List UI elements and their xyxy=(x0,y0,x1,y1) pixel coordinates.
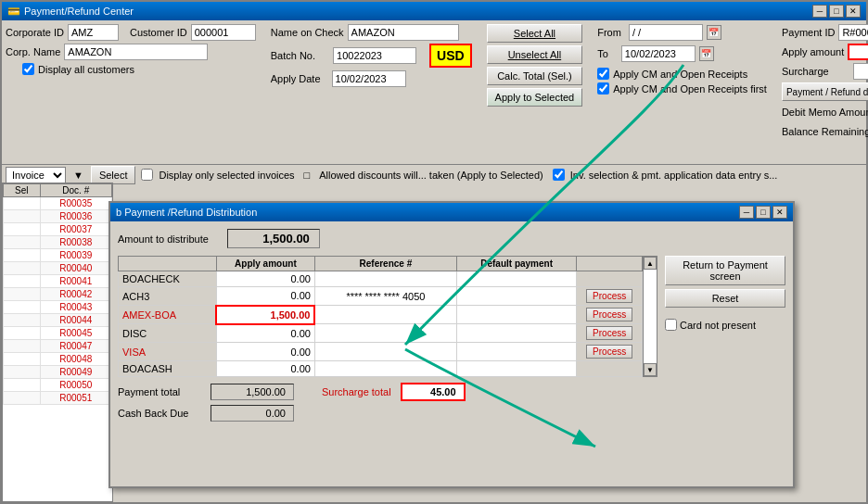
invoice-table-row[interactable]: R00042 xyxy=(4,288,112,301)
distribution-table: Apply amount Reference # Default payment… xyxy=(118,256,643,377)
maximize-button[interactable]: □ xyxy=(829,5,844,18)
return-to-payment-button[interactable]: Return to Payment screen xyxy=(665,256,785,285)
process-cell: Process xyxy=(577,306,643,324)
from-label: From xyxy=(597,27,621,38)
invoice-table-row[interactable]: R00038 xyxy=(4,236,112,249)
title-icon: 💳 xyxy=(7,6,20,18)
modal-close-button[interactable]: ✕ xyxy=(772,206,787,219)
amount-input[interactable] xyxy=(246,290,311,301)
apply-to-selected-button[interactable]: Apply to Selected xyxy=(487,88,583,107)
amount-input[interactable] xyxy=(245,309,310,321)
card-not-present-checkbox[interactable] xyxy=(665,319,677,331)
doc-cell: R00040 xyxy=(40,262,111,275)
amount-cell[interactable] xyxy=(216,324,314,343)
close-button[interactable]: ✕ xyxy=(846,5,861,18)
scroll-down-button[interactable]: ▼ xyxy=(644,363,657,376)
distribution-button[interactable]: Payment / Refund distribution xyxy=(782,82,868,101)
invoice-table-row[interactable]: R00035 xyxy=(4,197,112,210)
amount-input[interactable] xyxy=(246,273,311,284)
name-on-check-input[interactable] xyxy=(348,24,459,41)
customer-id-input[interactable] xyxy=(191,24,256,41)
process-cell: Process xyxy=(577,324,643,343)
process-button[interactable]: Process xyxy=(586,326,632,340)
method-col-header xyxy=(119,257,217,271)
amount-cell[interactable] xyxy=(216,306,314,324)
invoice-table-row[interactable]: R00041 xyxy=(4,275,112,288)
calc-total-button[interactable]: Calc. Total (Sel.) xyxy=(487,67,583,85)
allowed-discounts-label: Allowed discounts will... taken (Apply t… xyxy=(319,170,543,181)
apply-date-input[interactable] xyxy=(332,70,406,87)
default-cell xyxy=(456,306,576,324)
doc-cell: R00045 xyxy=(40,327,111,340)
invoice-bar: Invoice ▼ Select Display only selected i… xyxy=(2,164,866,184)
sel-cell xyxy=(4,249,41,262)
invoice-table-row[interactable]: R00043 xyxy=(4,301,112,314)
amount-input[interactable] xyxy=(246,346,311,358)
apply-cm-first-checkbox[interactable] xyxy=(597,82,609,94)
invoice-table-row[interactable]: R00045 xyxy=(4,327,112,340)
dist-scrollbar[interactable]: ▲ ▼ xyxy=(643,256,657,377)
select-all-button[interactable]: Select All xyxy=(487,24,583,43)
from-calendar-button[interactable]: 📅 xyxy=(707,25,721,40)
ref-cell xyxy=(314,324,456,343)
method-cell: AMEX-BOA xyxy=(119,306,217,324)
amount-input[interactable] xyxy=(246,328,311,339)
dist-table-row: AMEX-BOA Process xyxy=(119,306,643,324)
display-all-checkbox[interactable] xyxy=(22,63,34,75)
scroll-up-button[interactable]: ▲ xyxy=(644,257,657,270)
sel-cell xyxy=(4,314,41,327)
surcharge-input[interactable] xyxy=(853,63,868,80)
dist-table-row: DISC Process xyxy=(119,324,643,343)
apply-cm-open-label: Apply CM and Open Receipts xyxy=(613,69,747,80)
apply-cm-open-checkbox[interactable] xyxy=(597,68,609,80)
payment-total-row: Payment total 1,500.00 Surcharge total 4… xyxy=(118,383,657,401)
invoice-table-row[interactable]: R00049 xyxy=(4,366,112,379)
corp-id-input[interactable] xyxy=(68,24,119,41)
display-selected-checkbox[interactable] xyxy=(141,169,153,181)
invoice-table-row[interactable]: R00039 xyxy=(4,249,112,262)
invoice-type-select[interactable]: Invoice xyxy=(6,167,66,183)
unselect-all-button[interactable]: Unselect All xyxy=(487,45,583,64)
invoice-table-row[interactable]: R00040 xyxy=(4,262,112,275)
sel-cell xyxy=(4,379,41,392)
process-button[interactable]: Process xyxy=(586,289,632,303)
inv-selection-checkbox[interactable] xyxy=(553,169,565,181)
minimize-button[interactable]: ─ xyxy=(812,5,827,18)
corp-name-label: Corp. Name xyxy=(6,46,60,57)
payment-id-input[interactable] xyxy=(838,24,868,41)
to-calendar-button[interactable]: 📅 xyxy=(699,46,714,61)
reset-button[interactable]: Reset xyxy=(665,289,785,308)
invoice-select-button[interactable]: Select xyxy=(91,166,136,184)
batch-no-label: Batch No. xyxy=(271,50,315,61)
batch-no-input[interactable] xyxy=(333,47,416,64)
amount-input[interactable] xyxy=(246,363,311,374)
apply-amount-input[interactable] xyxy=(848,44,868,60)
modal-minimize-button[interactable]: ─ xyxy=(739,206,754,219)
corp-name-input[interactable] xyxy=(64,44,208,60)
dist-table-scroll-wrapper: Apply amount Reference # Default payment… xyxy=(118,256,657,377)
process-button[interactable]: Process xyxy=(586,308,632,321)
invoice-table-row[interactable]: R00047 xyxy=(4,340,112,353)
invoice-table-row[interactable]: R00044 xyxy=(4,314,112,327)
surcharge-label: Surcharge xyxy=(782,66,829,77)
invoice-table-row[interactable]: R00036 xyxy=(4,210,112,223)
invoice-table-row[interactable]: R00037 xyxy=(4,223,112,236)
invoice-table-container: Sel Doc. # R00035 R00036 R00037 R00038 R… xyxy=(2,183,113,502)
invoice-table-row[interactable]: R00050 xyxy=(4,379,112,392)
apply-date-label: Apply Date xyxy=(271,73,321,84)
title-text: Payment/Refund Center xyxy=(24,6,134,17)
process-button[interactable]: Process xyxy=(586,345,632,359)
from-date-input[interactable] xyxy=(629,24,703,41)
amount-cell[interactable] xyxy=(216,343,314,361)
ref-cell xyxy=(314,361,456,377)
amount-cell[interactable] xyxy=(216,361,314,377)
to-label: To xyxy=(597,48,608,59)
amount-cell[interactable] xyxy=(216,271,314,287)
customer-id-label: Customer ID xyxy=(130,27,187,38)
cash-back-value: 0.00 xyxy=(211,405,294,422)
modal-maximize-button[interactable]: □ xyxy=(756,206,771,219)
amount-cell[interactable] xyxy=(216,287,314,306)
to-date-input[interactable] xyxy=(621,45,696,62)
invoice-table-row[interactable]: R00051 xyxy=(4,392,112,405)
invoice-table-row[interactable]: R00048 xyxy=(4,353,112,366)
